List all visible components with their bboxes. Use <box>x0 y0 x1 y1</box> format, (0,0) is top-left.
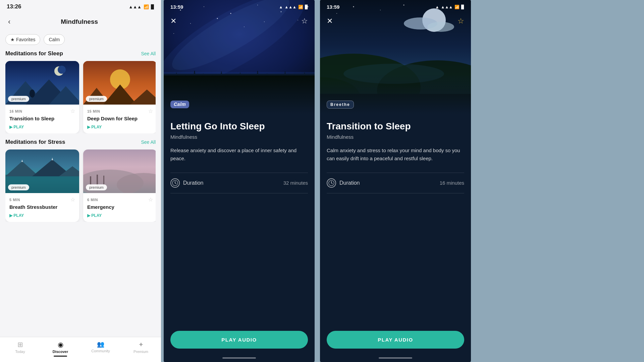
home-indicator-2 <box>222 357 256 359</box>
detail-content-3: Transition to Sleep Mindfulness Calm anx… <box>320 114 471 205</box>
play-btn-1[interactable]: ▶ PLAY <box>9 125 75 129</box>
card-meta-3: 5 MIN ☆ <box>9 196 75 203</box>
sleep-section-title: Meditations for Sleep <box>5 50 63 57</box>
divider-2 <box>170 173 308 173</box>
svg-point-36 <box>173 33 174 34</box>
card-title-3: Breath Stressbuster <box>9 204 75 210</box>
svg-point-6 <box>30 89 35 98</box>
star-icon-4[interactable]: ☆ <box>148 196 153 203</box>
community-label: Community <box>91 349 110 353</box>
battery-icon-3: ▉ <box>461 5 464 9</box>
duration-row-3: Duration 16 minutes <box>327 178 464 188</box>
card-body-2: 15 MIN ☆ Deep Down for Sleep ▶ PLAY <box>83 105 156 133</box>
clock-icon-3 <box>327 178 336 188</box>
sleep-cards-row: premium 16 MIN ☆ Transition to Sleep ▶ P… <box>5 61 156 133</box>
card-breath-stress[interactable]: premium 5 MIN ☆ Breath Stressbuster ▶ PL… <box>5 149 79 222</box>
discover-label: Discover <box>53 350 68 354</box>
location-icon-2: ▲ <box>279 5 283 9</box>
bottom-navigation: ⊞ Today ◉ Discover 👥 Community ✦ Premium <box>0 337 161 362</box>
play-audio-button-2[interactable]: PLAY AUDIO <box>170 331 308 349</box>
nav-item-today[interactable]: ⊞ Today <box>10 341 30 357</box>
today-label: Today <box>15 350 25 354</box>
play-btn-4[interactable]: ▶ PLAY <box>87 213 153 218</box>
detail-hero-2: 13:59 ▲ ▲▲▲ 📶 ▉ ✕ ☆ Calm <box>164 0 315 114</box>
star-icon-1[interactable]: ☆ <box>70 108 75 114</box>
wifi-icon-2: 📶 <box>298 5 303 9</box>
duration-value-3: 16 minutes <box>440 180 464 186</box>
nav-item-community[interactable]: 👥 Community <box>91 341 111 357</box>
divider-3 <box>327 173 464 173</box>
calm-label: Calm <box>49 37 60 42</box>
screen-letting-go-sleep: 13:59 ▲ ▲▲▲ 📶 ▉ ✕ ☆ Calm Letting Go <box>164 0 315 362</box>
wifi-icon: 📶 <box>144 4 149 9</box>
svg-point-2 <box>58 66 66 74</box>
app-badge-3: Breethe <box>327 101 354 107</box>
home-indicator-3 <box>379 357 412 359</box>
back-button[interactable]: ‹ <box>5 16 13 27</box>
card-body-1: 16 MIN ☆ Transition to Sleep ▶ PLAY <box>5 105 79 133</box>
stress-section-title: Meditations for Stress <box>5 139 65 145</box>
card-emergency[interactable]: premium 6 MIN ☆ Emergency ▶ PLAY <box>83 149 156 222</box>
premium-label: Premium <box>133 350 148 354</box>
close-button-3[interactable]: ✕ <box>327 17 333 25</box>
svg-point-64 <box>427 22 454 32</box>
stress-cards-row: premium 5 MIN ☆ Breath Stressbuster ▶ PL… <box>5 149 156 222</box>
community-icon: 👥 <box>97 341 104 348</box>
status-icons-1: ▲▲▲ 📶 ▉ <box>128 4 154 9</box>
duration-left-3: Duration <box>327 178 360 188</box>
card-deep-down[interactable]: premium 15 MIN ☆ Deep Down for Sleep ▶ P… <box>83 61 156 133</box>
app-badge-2: Calm <box>170 101 189 107</box>
sleep-section-header: Meditations for Sleep See All <box>5 50 156 57</box>
play-btn-2[interactable]: ▶ PLAY <box>87 125 153 129</box>
duration-row-2: Duration 32 minutes <box>170 178 308 188</box>
section-stress: Meditations for Stress See All <box>0 139 161 227</box>
card-body-3: 5 MIN ☆ Breath Stressbuster ▶ PLAY <box>5 193 79 222</box>
signal-icon: ▲▲▲ <box>128 4 142 9</box>
card-title-1: Transition to Sleep <box>9 116 75 121</box>
screen-mindfulness-list: 13:26 ▲▲▲ 📶 ▉ ‹ Mindfulness ★ Favorites … <box>0 0 161 362</box>
bookmark-button-2[interactable]: ☆ <box>301 17 308 25</box>
card-duration-1: 16 MIN <box>9 109 22 113</box>
divider-2b <box>170 193 308 193</box>
detail-status-icons-3: ▲ ▲▲▲ 📶 ▉ <box>435 5 464 9</box>
premium-badge-3: premium <box>8 184 29 190</box>
star-icon-2[interactable]: ☆ <box>148 108 153 114</box>
duration-value-2: 32 minutes <box>283 180 308 186</box>
detail-time-3: 13:59 <box>327 4 339 10</box>
star-icon-3[interactable]: ☆ <box>70 196 75 203</box>
battery-icon: ▉ <box>151 4 154 9</box>
signal-icon-3: ▲▲▲ <box>441 5 453 9</box>
nav-item-premium[interactable]: ✦ Premium <box>131 341 151 357</box>
filter-calm[interactable]: Calm <box>44 34 65 45</box>
nav-item-discover[interactable]: ◉ Discover <box>50 341 70 357</box>
status-bar-1: 13:26 ▲▲▲ 📶 ▉ <box>0 0 161 13</box>
card-transition-sleep[interactable]: premium 16 MIN ☆ Transition to Sleep ▶ P… <box>5 61 79 133</box>
calm-badge-label: Calm <box>170 101 189 108</box>
stress-see-all[interactable]: See All <box>141 139 156 145</box>
duration-label-2: Duration <box>183 180 203 186</box>
card-image-emergency: premium <box>83 149 156 193</box>
card-meta-2: 15 MIN ☆ <box>87 108 153 114</box>
detail-description-3: Calm anxiety and stress to relax your mi… <box>327 146 464 163</box>
card-meta-1: 16 MIN ☆ <box>9 108 75 114</box>
card-title-2: Deep Down for Sleep <box>87 116 153 121</box>
detail-status-icons-2: ▲ ▲▲▲ 📶 ▉ <box>279 5 308 9</box>
detail-subtitle-3: Mindfulness <box>327 134 464 140</box>
card-duration-4: 6 MIN <box>87 198 98 202</box>
filter-favorites[interactable]: ★ Favorites <box>5 34 40 45</box>
card-image-breath: premium <box>5 149 79 193</box>
discover-icon: ◉ <box>58 341 63 349</box>
close-button-2[interactable]: ✕ <box>170 17 176 25</box>
divider-3b <box>327 193 464 193</box>
signal-icon-2: ▲▲▲ <box>284 5 297 9</box>
bookmark-button-3[interactable]: ☆ <box>458 17 464 25</box>
section-sleep: Meditations for Sleep See All <box>0 50 161 139</box>
duration-label-3: Duration <box>339 180 360 186</box>
play-audio-button-3[interactable]: PLAY AUDIO <box>327 331 464 349</box>
svg-point-31 <box>298 20 298 20</box>
sleep-see-all[interactable]: See All <box>141 51 156 56</box>
status-time-1: 13:26 <box>7 3 21 10</box>
detail-title-2: Letting Go Into Sleep <box>170 121 308 132</box>
card-meta-4: 6 MIN ☆ <box>87 196 153 203</box>
play-btn-3[interactable]: ▶ PLAY <box>9 213 75 218</box>
